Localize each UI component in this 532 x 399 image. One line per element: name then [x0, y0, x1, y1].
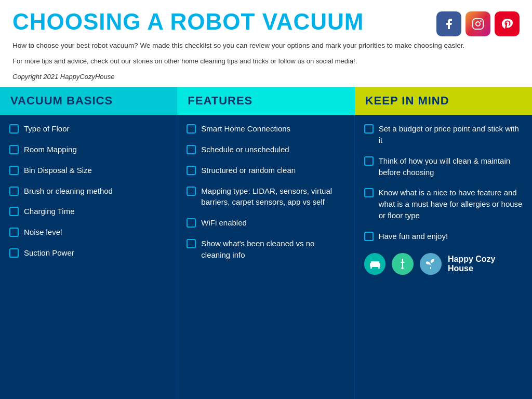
pinterest-icon[interactable]: [495, 11, 520, 36]
brand-icon-sofa: [364, 253, 386, 275]
features-column-header: FEATURES: [177, 87, 354, 115]
list-item: Charging Time: [9, 206, 167, 217]
item-label: Think of how you will clean & maintain b…: [379, 155, 523, 178]
checkbox[interactable]: [187, 218, 196, 228]
list-item: Know what is a nice to have feature and …: [364, 187, 523, 221]
list-item: Have fun and enjoy!: [364, 231, 523, 242]
copyright-text: Copyright 2021 HappyCozyHouse: [12, 72, 520, 82]
item-label: Have fun and enjoy!: [379, 231, 448, 242]
item-label: Noise level: [24, 227, 62, 238]
list-item: Type of Floor: [9, 123, 167, 135]
svg-rect-8: [401, 268, 404, 269]
svg-rect-4: [371, 261, 379, 264]
checkbox[interactable]: [9, 124, 19, 134]
checkbox[interactable]: [9, 145, 19, 154]
checkbox[interactable]: [187, 166, 196, 175]
tips-text: For more tips and advice, check out our …: [12, 56, 520, 66]
item-label: Structured or random clean: [201, 165, 296, 176]
checkbox[interactable]: [9, 187, 19, 196]
checkbox[interactable]: [9, 248, 19, 258]
columns-header: VACUUM BASICS FEATURES KEEP IN MIND: [0, 87, 532, 115]
subtitle-text: How to choose your best robot vacuum? We…: [12, 41, 520, 51]
checkbox[interactable]: [9, 166, 19, 175]
brand-footer: Happy Cozy House: [364, 251, 523, 275]
list-item: Suction Power: [9, 247, 167, 259]
list-item: Schedule or unscheduled: [187, 144, 344, 155]
keep-column-body: Set a budget or price point and stick wi…: [355, 115, 532, 399]
item-label: Suction Power: [24, 247, 74, 259]
svg-point-2: [480, 20, 482, 22]
list-item: WiFi enabled: [187, 217, 344, 229]
item-label: Smart Home Connections: [201, 123, 290, 135]
item-label: Mapping type: LIDAR, sensors, virtual ba…: [201, 185, 344, 208]
item-label: Bin Disposal & Size: [24, 165, 92, 176]
item-label: Charging Time: [24, 206, 75, 217]
instagram-icon[interactable]: [466, 11, 490, 36]
checkbox[interactable]: [364, 124, 374, 134]
list-item: Set a budget or price point and stick wi…: [364, 123, 523, 146]
checkbox[interactable]: [187, 239, 196, 248]
list-item: Think of how you will clean & maintain b…: [364, 155, 523, 178]
checkbox[interactable]: [9, 207, 19, 216]
checkbox[interactable]: [9, 228, 19, 237]
checkbox[interactable]: [364, 232, 374, 241]
item-label: Brush or cleaning method: [24, 185, 113, 197]
list-item: Structured or random clean: [187, 165, 344, 176]
list-item: Mapping type: LIDAR, sensors, virtual ba…: [187, 185, 344, 208]
keep-column-header: KEEP IN MIND: [355, 87, 532, 115]
list-item: Noise level: [9, 227, 167, 238]
svg-rect-5: [370, 267, 372, 269]
item-label: WiFi enabled: [201, 217, 247, 229]
social-icons-group: [436, 11, 520, 36]
checkbox[interactable]: [364, 156, 374, 166]
checkbox[interactable]: [187, 124, 196, 134]
brand-icon-plant: [420, 253, 442, 275]
columns-body: Type of FloorRoom MappingBin Disposal & …: [0, 115, 532, 399]
svg-rect-0: [473, 19, 483, 29]
page-title: CHOOSING A ROBOT VACUUM: [12, 9, 364, 34]
list-item: Bin Disposal & Size: [9, 165, 167, 176]
item-label: Know what is a nice to have feature and …: [379, 187, 523, 221]
checkbox[interactable]: [364, 188, 374, 197]
svg-rect-9: [430, 267, 431, 269]
header: CHOOSING A ROBOT VACUUM: [0, 0, 532, 87]
checkbox[interactable]: [187, 145, 196, 154]
list-item: Room Mapping: [9, 144, 167, 155]
item-label: Type of Floor: [24, 123, 70, 135]
brand-icon-lamp: [392, 253, 414, 275]
item-label: Room Mapping: [24, 144, 77, 155]
brand-name: Happy Cozy House: [448, 255, 523, 273]
list-item: Brush or cleaning method: [9, 185, 167, 197]
facebook-icon[interactable]: [436, 11, 461, 36]
item-label: Schedule or unscheduled: [201, 144, 289, 155]
item-label: Set a budget or price point and stick wi…: [379, 123, 523, 146]
item-label: Show what's been cleaned vs no cleaning …: [201, 238, 344, 261]
list-item: Smart Home Connections: [187, 123, 344, 135]
checkbox[interactable]: [187, 187, 196, 196]
list-item: Show what's been cleaned vs no cleaning …: [187, 238, 344, 261]
page-wrapper: CHOOSING A ROBOT VACUUM: [0, 0, 532, 399]
basics-column-header: VACUUM BASICS: [0, 87, 177, 115]
svg-point-1: [476, 22, 480, 26]
title-row: CHOOSING A ROBOT VACUUM: [12, 9, 520, 36]
svg-rect-6: [378, 267, 380, 269]
features-column-body: Smart Home ConnectionsSchedule or unsche…: [177, 115, 354, 399]
basics-column-body: Type of FloorRoom MappingBin Disposal & …: [0, 115, 177, 399]
